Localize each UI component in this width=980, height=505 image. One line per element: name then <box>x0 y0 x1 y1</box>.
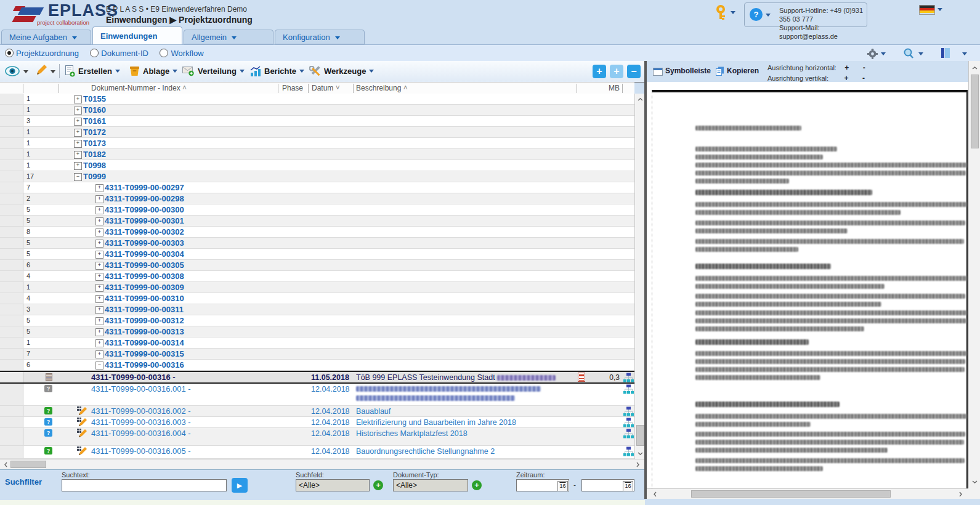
scrollbar-thumb[interactable] <box>971 75 979 148</box>
document-number-link[interactable]: 4311-T0999-00-00297 <box>105 183 184 192</box>
gear-dropdown-caret[interactable] <box>881 52 886 55</box>
key-dropdown-caret[interactable] <box>731 11 735 14</box>
tab-meine-aufgaben[interactable]: Meine Aufgaben <box>1 30 91 44</box>
document-number-link[interactable]: 4311-T0999-00-00298 <box>105 194 184 203</box>
document-number-link[interactable]: 4311-T0999-00-00316 <box>105 360 184 370</box>
dokumenttyp-add-button[interactable]: + <box>472 480 482 490</box>
tab-dropdown-caret[interactable] <box>335 36 340 39</box>
scroll-right-arrow[interactable] <box>633 459 642 469</box>
scroll-left-arrow[interactable] <box>1 459 10 469</box>
scrollbar-thumb[interactable] <box>636 425 644 446</box>
table-row[interactable]: ?4311-T0999-00-00316.005 -12.04.2018Bauo… <box>0 446 634 459</box>
tree-expander-collapsed[interactable]: + <box>95 295 103 303</box>
status-question-icon[interactable]: ? <box>44 385 52 392</box>
status-question-icon[interactable]: ? <box>44 418 52 426</box>
gear-icon[interactable] <box>867 49 878 59</box>
dokumenttyp-select[interactable]: <Alle> <box>393 479 468 491</box>
column-header-doknum[interactable]: Dokument-Nummer - Index ˄ <box>91 83 187 94</box>
berichte-button[interactable]: Berichte <box>250 61 304 81</box>
document-number-link[interactable]: 4311-T0999-00-00316.003 - <box>91 418 191 427</box>
tree-expander-collapsed[interactable]: + <box>95 251 103 259</box>
panel-dropdown-caret[interactable] <box>962 52 967 55</box>
document-number-link[interactable]: 4311-T0999-00-00304 <box>105 249 184 259</box>
table-row[interactable]: 1+T0155 <box>0 94 634 105</box>
table-row[interactable]: 1+T0998 <box>0 160 634 171</box>
document-number-link[interactable]: T0173 <box>83 139 106 148</box>
table-row[interactable]: 5+4311-T0999-00-00313 <box>0 326 634 337</box>
expand-level-button[interactable]: + <box>610 65 623 78</box>
document-number-link[interactable]: T0160 <box>83 105 106 115</box>
tree-expander-collapsed[interactable]: + <box>95 206 103 214</box>
workflow-org-icon[interactable] <box>623 429 634 438</box>
table-row[interactable]: ?4311-T0999-00-00316.002 -12.04.2018Baua… <box>0 406 634 417</box>
table-row[interactable]: 5+4311-T0999-00-00312 <box>0 315 634 326</box>
expand-all-button[interactable]: + <box>593 65 606 78</box>
document-number-link[interactable]: 4311-T0999-00-00311 <box>105 305 184 314</box>
document-number-link[interactable]: 4311-T0999-00-00315 <box>105 349 184 358</box>
tree-expander-collapsed[interactable]: + <box>74 151 82 159</box>
pencil-dropdown-caret[interactable] <box>51 70 55 73</box>
edit-pencil-icon[interactable] <box>34 65 47 77</box>
table-row[interactable]: 3+T0161 <box>0 116 634 127</box>
document-number-link[interactable]: 4311-T0999-00-00308 <box>105 272 184 281</box>
edit-grid-icon[interactable] <box>77 406 87 416</box>
document-number-link[interactable]: 4311-T0999-00-00316.002 - <box>91 406 191 416</box>
table-row[interactable]: 5+4311-T0999-00-00301 <box>0 216 634 227</box>
search-submit-button[interactable]: ▶ <box>232 478 248 493</box>
table-row[interactable]: 2+4311-T0999-00-00298 <box>0 193 634 204</box>
table-row[interactable]: 1+T0173 <box>0 138 634 149</box>
align-vertical-plus-button[interactable]: + <box>832 74 854 83</box>
document-number-link[interactable]: 4311-T0999-00-00303 <box>105 238 184 248</box>
tree-expander-collapsed[interactable]: + <box>74 95 82 103</box>
panel-layout-icon[interactable] <box>941 48 950 58</box>
status-question-icon[interactable]: ? <box>44 447 52 454</box>
tree-expander-collapsed[interactable]: + <box>95 195 103 203</box>
table-row[interactable]: 8+4311-T0999-00-00302 <box>0 227 634 238</box>
symbolleiste-button[interactable]: Symbolleiste <box>665 61 711 81</box>
tree-expander-collapsed[interactable]: + <box>95 339 103 347</box>
german-flag-icon[interactable] <box>919 5 935 15</box>
suchfeld-add-button[interactable]: + <box>373 480 383 490</box>
scroll-down-arrow[interactable] <box>969 477 980 486</box>
table-row[interactable]: 5+4311-T0999-00-00300 <box>0 204 634 216</box>
kopieren-button[interactable]: Kopieren <box>727 61 759 81</box>
table-row[interactable]: ?4311-T0999-00-00316.003 -12.04.2018Elek… <box>0 417 634 428</box>
align-horizontal-plus-button[interactable]: + <box>839 63 854 72</box>
scrollbar-thumb[interactable] <box>691 490 891 498</box>
workflow-org-icon[interactable] <box>623 373 634 382</box>
ablage-button[interactable]: Ablage <box>129 61 177 81</box>
align-horizontal-minus-button[interactable]: - <box>857 63 871 72</box>
preview-horizontal-scrollbar[interactable] <box>647 488 968 499</box>
document-number-link[interactable]: T0182 <box>83 150 106 159</box>
column-header-mb[interactable]: MB <box>585 83 620 94</box>
help-dropdown-caret[interactable] <box>766 14 771 17</box>
document-number-link[interactable]: T0155 <box>83 94 106 103</box>
tree-expander-collapsed[interactable]: + <box>74 118 82 126</box>
grid-horizontal-scrollbar[interactable] <box>0 459 645 469</box>
tree-expander-expanded[interactable]: − <box>74 173 82 181</box>
tree-expander-collapsed[interactable]: + <box>95 228 103 236</box>
verteilung-button[interactable]: Verteilung <box>182 61 245 81</box>
table-row[interactable]: ?4311-T0999-00-00316.001 -12.04.2018 <box>0 384 634 406</box>
scroll-left-arrow[interactable] <box>650 489 659 499</box>
tree-expander-collapsed[interactable]: + <box>74 162 82 170</box>
scroll-right-arrow[interactable] <box>956 489 965 499</box>
status-question-icon[interactable]: ? <box>44 407 52 414</box>
document-number-link[interactable]: 4311-T0999-00-00316.001 - <box>91 384 191 394</box>
workflow-org-icon[interactable] <box>623 384 634 394</box>
document-number-link[interactable]: T0161 <box>83 116 106 126</box>
table-row-selected[interactable]: 4311-T0999-00-00316 -11.05.2018TöB 999 E… <box>0 371 634 384</box>
zeitraum-von-input[interactable]: 16 <box>516 479 569 491</box>
tab-dropdown-caret[interactable] <box>72 36 77 39</box>
document-number-link[interactable]: 4311-T0999-00-00310 <box>105 294 184 303</box>
tree-expander-collapsed[interactable]: + <box>95 317 103 325</box>
document-number-link[interactable]: 4311-T0999-00-00316.005 - <box>91 446 191 456</box>
document-number-link[interactable]: T0999 <box>83 172 106 181</box>
table-row[interactable]: 17−T0999 <box>0 171 634 182</box>
document-number-link[interactable]: T0172 <box>83 127 106 137</box>
tab-allgemein[interactable]: Allgemein <box>184 30 273 44</box>
key-icon[interactable] <box>715 5 727 21</box>
document-icon[interactable] <box>46 373 52 381</box>
table-row[interactable]: 1+4311-T0999-00-00309 <box>0 282 634 293</box>
tree-expander-collapsed[interactable]: + <box>95 284 103 292</box>
